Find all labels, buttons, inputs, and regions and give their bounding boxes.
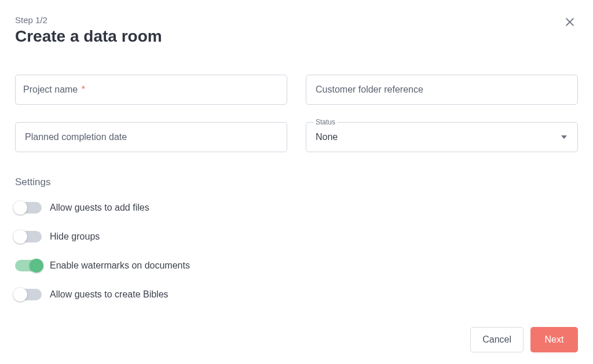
next-button[interactable]: Next [530,327,578,352]
setting-label: Allow guests to create Bibles [50,289,169,300]
chevron-down-icon [561,135,567,139]
toggle-allow-guests-add-files[interactable] [15,202,42,214]
setting-label: Allow guests to add files [50,203,149,213]
customer-folder-field-wrapper [306,75,578,105]
setting-label: Enable watermarks on documents [50,260,190,271]
toggle-knob [13,288,27,302]
close-icon [564,16,576,28]
planned-date-input[interactable] [15,122,287,152]
toggle-allow-guests-bibles[interactable] [15,289,42,300]
customer-folder-input[interactable] [306,75,578,105]
toggle-knob [30,259,43,273]
project-name-field-wrapper: Project name * [15,75,287,105]
setting-label: Hide groups [50,231,100,242]
toggle-enable-watermarks[interactable] [15,260,42,271]
toggle-hide-groups[interactable] [15,231,42,242]
status-value: None [316,132,338,142]
setting-row-allow-guests-bibles: Allow guests to create Bibles [15,289,578,300]
status-legend: Status [313,118,338,126]
toggle-knob [13,201,27,215]
page-title: Create a data room [15,27,578,46]
settings-heading: Settings [15,177,578,188]
close-button[interactable] [562,14,578,30]
setting-row-hide-groups: Hide groups [15,231,578,242]
setting-row-enable-watermarks: Enable watermarks on documents [15,260,578,271]
toggle-knob [13,230,27,244]
step-label: Step 1/2 [15,15,578,25]
project-name-input[interactable] [15,75,287,105]
status-select[interactable]: Status None [306,122,578,152]
setting-row-allow-guests-add-files: Allow guests to add files [15,202,578,214]
planned-date-field-wrapper [15,122,287,152]
cancel-button[interactable]: Cancel [470,327,524,352]
